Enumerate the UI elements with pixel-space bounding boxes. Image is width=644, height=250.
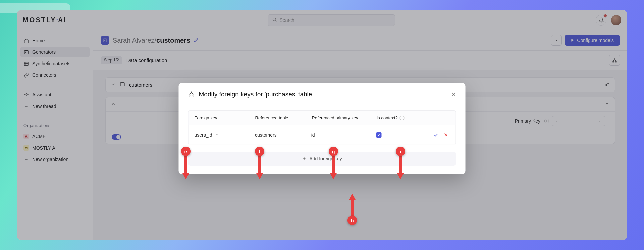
referenced-table-select[interactable]: customers <box>255 132 311 138</box>
annotation-h: h <box>347 216 357 225</box>
svg-line-27 <box>192 92 194 95</box>
arrow-icon <box>255 156 264 181</box>
svg-marker-31 <box>256 173 263 179</box>
annotation-e: e <box>181 147 191 156</box>
remove-row-button[interactable]: ✕ <box>442 131 450 139</box>
svg-point-23 <box>191 91 192 92</box>
svg-marker-37 <box>348 194 356 200</box>
svg-point-24 <box>189 95 190 96</box>
annotation-i: i <box>396 147 405 156</box>
fk-graph-icon <box>188 90 195 98</box>
svg-marker-29 <box>182 173 190 179</box>
is-context-checkbox[interactable] <box>376 132 381 138</box>
chevron-down-icon <box>215 133 219 137</box>
svg-point-25 <box>193 95 194 96</box>
arrow-icon <box>396 156 405 181</box>
arrow-icon <box>181 156 190 181</box>
modify-fk-modal: Modify foreign keys for 'purchases' tabl… <box>179 83 466 174</box>
fk-header-rt: Referenced table <box>255 115 309 120</box>
svg-line-26 <box>190 92 192 95</box>
info-icon[interactable]: i <box>400 115 405 120</box>
chevron-down-icon <box>280 133 283 137</box>
fk-table: Foreign key Referenced table Referenced … <box>188 110 456 145</box>
confirm-row-button[interactable] <box>432 131 440 139</box>
referenced-pk: id <box>311 132 376 138</box>
fk-select[interactable]: users_id <box>195 132 255 138</box>
close-icon[interactable]: ✕ <box>451 91 456 98</box>
add-foreign-key-button[interactable]: ＋ Add foreign key <box>188 152 456 166</box>
arrow-icon <box>329 156 338 181</box>
annotation-g: g <box>329 147 338 156</box>
annotation-f: f <box>255 147 264 156</box>
modal-title: Modify foreign keys for 'purchases' tabl… <box>199 91 312 98</box>
fk-header-fk: Foreign key <box>195 115 252 120</box>
svg-marker-35 <box>397 173 404 179</box>
fk-header-rpk: Referenced primary key <box>312 115 373 120</box>
svg-marker-33 <box>330 173 337 179</box>
plus-icon: ＋ <box>302 156 307 162</box>
fk-header-ctx: Is context? <box>377 115 398 120</box>
arrow-icon <box>348 194 357 218</box>
